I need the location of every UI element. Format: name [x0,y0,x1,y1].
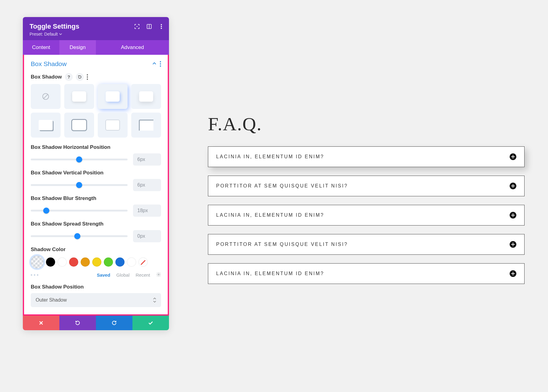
kebab-menu-icon[interactable] [159,24,164,29]
panel-layout-icon[interactable] [146,24,152,29]
swatches [31,256,161,268]
slider-spread-thumb[interactable] [74,233,80,239]
palette-tab-saved[interactable]: Saved [97,272,110,278]
slider-vertical-track[interactable] [31,184,128,186]
shadow-preset-2[interactable] [98,84,128,109]
undo-icon [75,320,81,326]
slider-horizontal-track[interactable] [31,159,128,160]
swatch-none[interactable] [139,257,148,267]
palette-tab-global[interactable]: Global [116,272,129,278]
slider-vertical: Box Shadow Vertical Position 6px [31,170,161,191]
faq-item-4[interactable]: LACINIA IN, ELEMENTUM ID ENIM? [208,263,525,284]
close-icon [39,320,44,325]
shadow-preset-1[interactable] [64,84,94,109]
swatch-blue[interactable] [115,257,125,267]
faq-item-0-text: LACINIA IN, ELEMENTUM ID ENIM? [216,154,324,159]
color-picker-button[interactable] [31,256,44,268]
tab-content[interactable]: Content [23,40,59,55]
swatch-yellow[interactable] [92,257,101,267]
chevron-up-icon[interactable] [152,60,157,68]
svg-point-4 [161,26,162,27]
swatch-red[interactable] [69,257,78,267]
slider-spread-track[interactable] [31,235,128,237]
faq-item-1[interactable]: PORTTITOR AT SEM QUISQUE VELIT NISI? [208,176,525,196]
tab-advanced[interactable]: Advanced [96,40,169,55]
shadow-preset-none[interactable] [31,84,61,109]
box-shadow-label-text: Box Shadow [31,74,62,80]
slider-horizontal-value[interactable]: 6px [133,153,161,166]
slider-blur-label: Box Shadow Blur Strength [31,195,161,201]
panel-preset[interactable]: Preset: Default [30,32,162,37]
confirm-button[interactable] [132,316,169,330]
palette-more-icon[interactable] [31,274,38,276]
panel-body: Box Shadow Box Shadow ? [24,55,168,314]
gear-icon[interactable] [156,272,161,278]
plus-icon [510,270,516,277]
box-shadow-field-label: Box Shadow ? [31,73,161,81]
shadow-position-label: Box Shadow Position [31,284,161,290]
faq-item-3[interactable]: PORTTITOR AT SEM QUISQUE VELIT NISI? [208,234,525,255]
plus-icon [510,183,516,189]
tab-design[interactable]: Design [59,40,96,55]
plus-icon [510,212,516,219]
expand-icon[interactable] [134,24,140,29]
settings-panel: Toggle Settings Preset: Default Content … [23,17,169,330]
swatch-orange[interactable] [81,257,90,267]
shadow-position-value: Outer Shadow [36,297,67,303]
faq-item-4-text: LACINIA IN, ELEMENTUM ID ENIM? [216,271,324,276]
shadow-color-label: Shadow Color [31,247,161,253]
swatch-white[interactable] [58,257,67,267]
shadow-color-field: Shadow Color [31,247,161,278]
redo-icon [111,320,117,326]
section-header[interactable]: Box Shadow [31,60,161,68]
shadow-position-select[interactable]: Outer Shadow [31,293,161,307]
shadow-preset-grid [31,84,161,138]
slider-blur-value[interactable]: 18px [133,205,161,217]
section-title: Box Shadow [31,60,67,68]
shadow-preset-5[interactable] [64,113,94,138]
slider-blur-thumb[interactable] [43,208,49,214]
slider-vertical-value[interactable]: 6px [133,179,161,191]
slider-vertical-thumb[interactable] [76,182,82,188]
svg-point-5 [161,28,162,29]
svg-point-3 [161,24,162,25]
slider-vertical-label: Box Shadow Vertical Position [31,170,161,176]
panel-preset-label: Preset: Default [30,32,58,37]
panel-body-wrap: Box Shadow Box Shadow ? [23,55,169,316]
tabs: Content Design Advanced [23,40,169,55]
slider-horizontal: Box Shadow Horizontal Position 6px [31,144,161,166]
help-icon[interactable]: ? [65,73,73,81]
faq-item-2[interactable]: LACINIA IN, ELEMENTUM ID ENIM? [208,205,525,226]
eyedropper-icon [34,259,40,265]
svg-point-8 [158,274,159,275]
slider-horizontal-thumb[interactable] [76,156,82,163]
faq-area: F.A.Q. LACINIA IN, ELEMENTUM ID ENIM? PO… [208,113,525,292]
redo-button[interactable] [96,316,132,330]
shadow-preset-4[interactable] [31,113,61,138]
palette-tabs: Saved Global Recent [97,272,161,278]
shadow-position-field: Box Shadow Position Outer Shadow [31,284,161,307]
slider-spread: Box Shadow Spread Strength 0px [31,221,161,242]
plus-icon [510,153,516,160]
shadow-preset-3[interactable] [131,84,161,109]
undo-button[interactable] [59,316,96,330]
swatch-black[interactable] [46,257,55,267]
caret-down-icon [59,33,62,36]
field-menu-icon[interactable] [87,74,88,80]
slider-blur-track[interactable] [31,210,128,212]
swatch-white2[interactable] [127,257,136,267]
faq-item-2-text: LACINIA IN, ELEMENTUM ID ENIM? [216,212,324,218]
shadow-preset-7[interactable] [131,113,161,138]
section-menu-icon[interactable] [160,61,161,67]
swatch-green[interactable] [104,257,113,267]
slider-blur: Box Shadow Blur Strength 18px [31,195,161,217]
plus-icon [510,241,516,248]
faq-item-0[interactable]: LACINIA IN, ELEMENTUM ID ENIM? [208,146,525,167]
palette-tab-recent[interactable]: Recent [135,272,150,278]
reset-icon[interactable] [76,73,84,81]
faq-item-1-text: PORTTITOR AT SEM QUISQUE VELIT NISI? [216,183,348,189]
panel-footer [23,316,169,330]
shadow-preset-6[interactable] [98,113,128,138]
cancel-button[interactable] [23,316,59,330]
slider-spread-value[interactable]: 0px [133,230,161,242]
